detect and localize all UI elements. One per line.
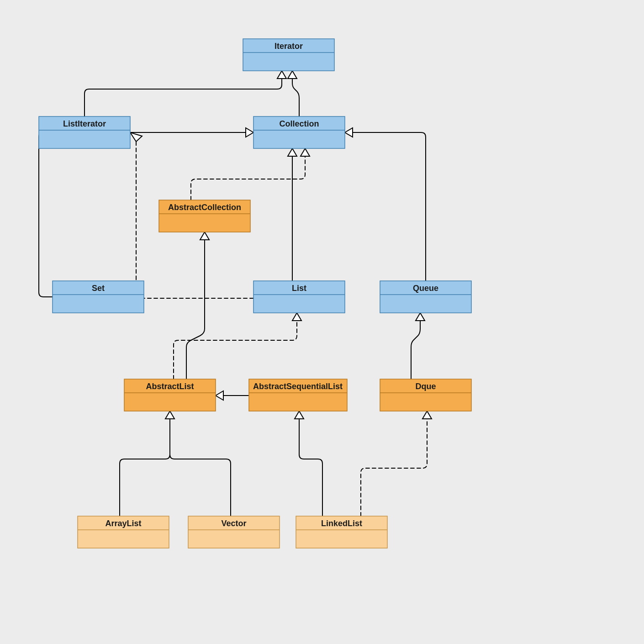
edge-list-collection [288, 148, 297, 281]
uml-diagram: Iterator ListIterator Collection Abstrac… [0, 0, 644, 644]
svg-marker-3 [288, 148, 297, 156]
edge-queue-collection [345, 128, 426, 281]
node-abstractlist-label: AbstractList [146, 382, 194, 391]
svg-marker-8 [292, 313, 301, 321]
svg-marker-0 [277, 71, 286, 79]
node-abstractcollection: AbstractCollection [159, 200, 250, 232]
node-abstractlist: AbstractList [124, 379, 216, 411]
node-list-label: List [292, 284, 306, 293]
svg-marker-9 [216, 391, 223, 400]
edge-arraylist-abstractlist [120, 411, 174, 516]
svg-marker-2 [246, 128, 253, 137]
edge-linkedlist-dque [361, 411, 432, 516]
node-listiterator: ListIterator [39, 116, 130, 148]
svg-marker-10 [416, 313, 425, 321]
node-vector-label: Vector [221, 519, 246, 528]
nodes: Iterator ListIterator Collection Abstrac… [39, 39, 471, 548]
node-abstractsequentiallist: AbstractSequentialList [249, 379, 347, 411]
node-linkedlist-label: LinkedList [321, 519, 362, 528]
edge-dque-queue [411, 313, 425, 379]
edge-linkedlist-abstractsequentiallist [295, 411, 322, 516]
node-set-label: Set [92, 284, 105, 293]
node-abstractsequentiallist-label: AbstractSequentialList [253, 382, 343, 391]
node-list: List [253, 281, 345, 313]
svg-marker-5 [301, 148, 310, 156]
edge-abstractlist-abstractcollection [186, 232, 209, 379]
node-abstractcollection-label: AbstractCollection [168, 203, 241, 212]
node-dque: Dque [380, 379, 471, 411]
node-arraylist: ArrayList [78, 516, 169, 548]
svg-marker-7 [200, 232, 209, 240]
edge-abstractsequentiallist-abstractlist [216, 391, 249, 400]
svg-marker-12 [295, 411, 304, 419]
svg-marker-6 [130, 132, 142, 142]
node-listiterator-label: ListIterator [63, 119, 106, 128]
node-queue-label: Queue [413, 284, 438, 293]
svg-marker-11 [165, 411, 174, 419]
node-iterator: Iterator [243, 39, 334, 71]
edge-abstractlist-list [174, 313, 301, 379]
node-set: Set [53, 281, 144, 313]
svg-marker-4 [345, 128, 353, 137]
edge-listiterator-iterator [84, 71, 286, 116]
svg-marker-13 [422, 411, 432, 419]
node-collection: Collection [253, 116, 345, 148]
node-collection-label: Collection [279, 119, 319, 128]
edge-vector-abstractlist [170, 419, 231, 516]
node-iterator-label: Iterator [274, 42, 303, 51]
node-dque-label: Dque [416, 382, 436, 391]
node-queue: Queue [380, 281, 471, 313]
svg-marker-1 [288, 71, 297, 79]
node-arraylist-label: ArrayList [105, 519, 141, 528]
node-vector: Vector [188, 516, 280, 548]
node-linkedlist: LinkedList [296, 516, 387, 548]
edge-collection-iterator [288, 71, 299, 116]
